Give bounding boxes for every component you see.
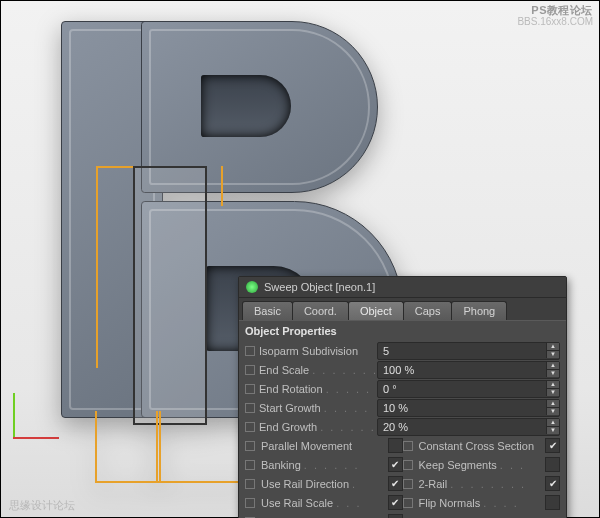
row-end-scale: End Scale . . . . . . . ▲▼ <box>245 360 560 379</box>
step-up-icon[interactable]: ▲ <box>546 362 559 370</box>
section-header: Object Properties <box>239 320 566 339</box>
axis-x <box>13 437 59 439</box>
input-isoparm[interactable]: ▲▼ <box>377 342 560 360</box>
step-up-icon[interactable]: ▲ <box>546 400 559 408</box>
row-railscale-flip: Use Rail Scale . . .✔ Flip Normals . . .… <box>245 493 560 512</box>
param-anim-toggle[interactable] <box>403 460 413 470</box>
param-anim-toggle[interactable] <box>245 422 255 432</box>
step-up-icon[interactable]: ▲ <box>546 343 559 351</box>
param-anim-toggle[interactable] <box>245 441 255 451</box>
checkbox-keep-segments[interactable] <box>545 457 560 472</box>
step-down-icon[interactable]: ▼ <box>546 427 559 434</box>
panel-title: Sweep Object [neon.1] <box>264 281 375 293</box>
checkbox-stick-uvs[interactable] <box>388 514 403 518</box>
axis-y <box>13 393 15 439</box>
param-anim-toggle[interactable] <box>245 403 255 413</box>
row-stickuvs: Stick UVs . . . . . . <box>245 512 560 518</box>
step-up-icon[interactable]: ▲ <box>546 419 559 427</box>
panel-tabs: Basic Coord. Object Caps Phong <box>239 298 566 320</box>
input-end-rotation[interactable]: ▲▼ <box>377 380 560 398</box>
watermark-top: PS教程论坛 BBS.16xx8.COM <box>517 4 593 27</box>
param-anim-toggle[interactable] <box>245 346 255 356</box>
input-end-scale[interactable]: ▲▼ <box>377 361 560 379</box>
rail-spline <box>156 411 248 483</box>
checkbox-parallel-movement[interactable] <box>388 438 403 453</box>
properties-list: Isoparm Subdivision ▲▼ End Scale . . . .… <box>239 339 566 518</box>
row-end-growth: End Growth . . . . . . ▲▼ <box>245 417 560 436</box>
input-end-growth[interactable]: ▲▼ <box>377 418 560 436</box>
row-parallel-constant: Parallel Movement Constant Cross Section… <box>245 436 560 455</box>
panel-title-bar[interactable]: Sweep Object [neon.1] <box>239 277 566 298</box>
row-raildir-tworail: Use Rail Direction .✔ 2-Rail . . . . . .… <box>245 474 560 493</box>
checkbox-use-rail-scale[interactable]: ✔ <box>388 495 403 510</box>
param-anim-toggle[interactable] <box>403 441 413 451</box>
step-down-icon[interactable]: ▼ <box>546 370 559 377</box>
step-down-icon[interactable]: ▼ <box>546 351 559 358</box>
tab-coord[interactable]: Coord. <box>292 301 349 320</box>
param-anim-toggle[interactable] <box>403 479 413 489</box>
checkbox-2-rail[interactable]: ✔ <box>545 476 560 491</box>
rail-spline <box>191 166 223 206</box>
param-anim-toggle[interactable] <box>245 365 255 375</box>
tab-object[interactable]: Object <box>348 301 404 320</box>
checkbox-use-rail-direction[interactable]: ✔ <box>388 476 403 491</box>
tab-phong[interactable]: Phong <box>451 301 507 320</box>
row-start-growth: Start Growth . . . . . ▲▼ <box>245 398 560 417</box>
row-isoparm: Isoparm Subdivision ▲▼ <box>245 341 560 360</box>
tab-basic[interactable]: Basic <box>242 301 293 320</box>
step-down-icon[interactable]: ▼ <box>546 389 559 396</box>
row-end-rotation: End Rotation . . . . . ▲▼ <box>245 379 560 398</box>
row-banking-keepseg: Banking . . . . . .✔ Keep Segments . . . <box>245 455 560 474</box>
input-start-growth[interactable]: ▲▼ <box>377 399 560 417</box>
label-isoparm: Isoparm Subdivision <box>259 345 377 357</box>
step-down-icon[interactable]: ▼ <box>546 408 559 415</box>
viewport-3d[interactable]: PS教程论坛 BBS.16xx8.COM 思缘设计论坛 Sweep Object… <box>0 0 600 518</box>
checkbox-flip-normals[interactable] <box>545 495 560 510</box>
checkbox-banking[interactable]: ✔ <box>388 457 403 472</box>
step-up-icon[interactable]: ▲ <box>546 381 559 389</box>
tab-caps[interactable]: Caps <box>403 301 453 320</box>
param-anim-toggle[interactable] <box>245 479 255 489</box>
param-anim-toggle[interactable] <box>245 498 255 508</box>
param-anim-toggle[interactable] <box>245 460 255 470</box>
watermark-bottom: 思缘设计论坛 <box>9 498 75 513</box>
rail-spline <box>95 411 161 483</box>
param-anim-toggle[interactable] <box>245 384 255 394</box>
checkbox-constant-cross-section[interactable]: ✔ <box>545 438 560 453</box>
attribute-manager-panel[interactable]: Sweep Object [neon.1] Basic Coord. Objec… <box>238 276 567 518</box>
param-anim-toggle[interactable] <box>403 498 413 508</box>
sweep-object-icon <box>246 281 258 293</box>
rail-spline <box>96 166 133 368</box>
